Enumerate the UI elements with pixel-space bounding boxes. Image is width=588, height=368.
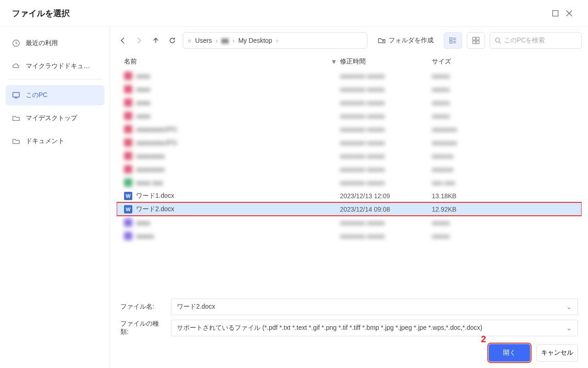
svg-point-16: [496, 38, 500, 42]
file-row[interactable]: .aaaa aaaaaaaaaa aaaaaaaa aaa: [117, 176, 582, 189]
chevron-down-icon: ⌄: [566, 324, 572, 332]
col-mod-header[interactable]: 修正時間: [340, 58, 432, 66]
sidebar-item-cloud[interactable]: マイクラウドドキュ…: [6, 56, 104, 76]
file-name: ワード2.docx: [136, 205, 174, 213]
nav-back-button[interactable]: [117, 34, 129, 46]
search-placeholder: このPCを検索: [504, 36, 545, 45]
sidebar-documents-label: ドキュメント: [26, 137, 64, 145]
col-name-header[interactable]: 名前: [120, 58, 331, 66]
file-modified: 2023/12/13 12:09: [340, 192, 432, 200]
sort-indicator-icon: ▼: [331, 58, 340, 65]
view-grid-button[interactable]: [467, 32, 485, 49]
cloud-icon: [12, 62, 20, 70]
sidebar-recent-label: 最近の利用: [26, 39, 58, 47]
file-row[interactable]: .aaaaaaaaaaa aaaaaaaaaa: [117, 216, 582, 229]
file-row[interactable]: .aaaaaaaaaaa aaaaaaaaaa: [117, 109, 582, 122]
filetype-select[interactable]: サポートされているファイル (*.pdf *.txt *.text *.gif …: [171, 320, 578, 336]
filetype-label: ファイルの種類:: [120, 320, 164, 336]
svg-rect-6: [450, 38, 452, 40]
file-name: ワード1.docx: [136, 192, 174, 200]
monitor-icon: [12, 91, 20, 99]
file-size: 12.92KB: [432, 206, 533, 213]
file-row[interactable]: .aaaaaaaaJPGaaaaaaa aaaaaaaaaaaa: [117, 136, 582, 149]
clock-icon: [12, 39, 20, 47]
sidebar-item-documents[interactable]: ドキュメント: [6, 131, 104, 151]
sidebar: 最近の利用 マイクラウドドキュ… このPC マイデスクトップ ドキュメント: [0, 27, 110, 368]
folder-icon: [12, 114, 20, 122]
col-size-header[interactable]: サイズ: [432, 58, 533, 66]
svg-rect-12: [473, 37, 475, 40]
svg-rect-15: [476, 41, 479, 44]
annotation-2: 2: [481, 334, 486, 345]
file-row[interactable]: .aaaaaaaaaaa aaaaaaaaaa: [117, 96, 582, 109]
file-row[interactable]: Wワード1.docx 2023/12/13 12:09 13.18KB: [117, 189, 582, 202]
open-button[interactable]: 開く: [489, 344, 530, 362]
file-size: 13.18KB: [432, 192, 533, 200]
nav-up-button[interactable]: [150, 34, 162, 46]
sidebar-item-thispc[interactable]: このPC: [6, 85, 104, 105]
breadcrumb[interactable]: « Users › ▮▮ › My Desktop ›: [183, 32, 368, 49]
folder-icon: [12, 137, 20, 145]
nav-refresh-button[interactable]: [166, 34, 178, 46]
file-list: 1 .aaaaaaaaaaa aaaaaaaaaa .aaaaaaaaaaa a…: [117, 69, 582, 292]
maximize-button[interactable]: [548, 6, 562, 20]
file-row[interactable]: .aaaaaaaaaaaaaaa aaaaaaaaaaa: [117, 149, 582, 162]
new-folder-icon: [378, 36, 386, 45]
breadcrumb-item[interactable]: ▮▮: [220, 37, 231, 44]
chevron-right-icon: ›: [232, 37, 235, 44]
filename-label: ファイル名:: [120, 303, 164, 311]
svg-line-17: [499, 42, 501, 43]
chevron-right-icon: ›: [276, 37, 278, 44]
breadcrumb-item[interactable]: Users: [193, 37, 214, 44]
close-button[interactable]: [562, 6, 576, 20]
file-row[interactable]: .aaaaaaaaaaaaaaa aaaaaaaaaaa: [117, 162, 582, 176]
new-folder-button[interactable]: フォルダを作成: [372, 32, 439, 49]
search-input[interactable]: このPCを検索: [490, 32, 582, 49]
svg-rect-14: [473, 41, 475, 44]
chevron-left-icon: «: [188, 37, 192, 44]
svg-rect-9: [450, 41, 452, 43]
svg-rect-0: [553, 11, 558, 16]
chevron-right-icon: ›: [215, 37, 218, 44]
new-folder-label: フォルダを作成: [389, 36, 434, 45]
svg-rect-13: [476, 37, 479, 40]
sidebar-item-recent[interactable]: 最近の利用: [6, 33, 104, 53]
sidebar-cloud-label: マイクラウドドキュ…: [26, 62, 90, 70]
chevron-down-icon: ⌄: [566, 303, 572, 310]
filename-value: ワード2.docx: [177, 303, 215, 311]
word-file-icon: W: [124, 205, 132, 213]
file-row[interactable]: Wワード2.docx 2023/12/14 09:08 12.92KB: [117, 202, 582, 216]
filetype-value: サポートされているファイル (*.pdf *.txt *.text *.gif …: [177, 324, 482, 332]
file-row[interactable]: .aaaaaaaaaaaa aaaaaaaaaa: [117, 229, 582, 242]
file-modified: 2023/12/14 09:08: [340, 206, 432, 213]
file-row[interactable]: .aaaaaaaaJPGaaaaaaa aaaaaaaaaaaa: [117, 122, 582, 136]
sidebar-item-desktop[interactable]: マイデスクトップ: [6, 108, 104, 128]
nav-forward-button[interactable]: [133, 34, 145, 46]
breadcrumb-item[interactable]: My Desktop: [237, 37, 274, 44]
file-row[interactable]: .aaaaaaaaaaa aaaaaaaaaa: [117, 69, 582, 82]
column-headers: 名前 ▼ 修正時間 サイズ: [117, 54, 582, 69]
sidebar-desktop-label: マイデスクトップ: [26, 114, 77, 122]
cancel-button[interactable]: キャンセル: [537, 344, 578, 362]
filename-input[interactable]: ワード2.docx ⌄: [171, 299, 578, 315]
sidebar-thispc-label: このPC: [26, 91, 47, 99]
search-icon: [495, 37, 501, 44]
word-file-icon: W: [124, 192, 132, 200]
svg-rect-4: [13, 92, 19, 97]
dialog-title: ファイルを選択: [12, 8, 548, 19]
file-row[interactable]: .aaaaaaaaaaa aaaaaaaaaa: [117, 82, 582, 96]
view-list-button[interactable]: [444, 32, 462, 49]
